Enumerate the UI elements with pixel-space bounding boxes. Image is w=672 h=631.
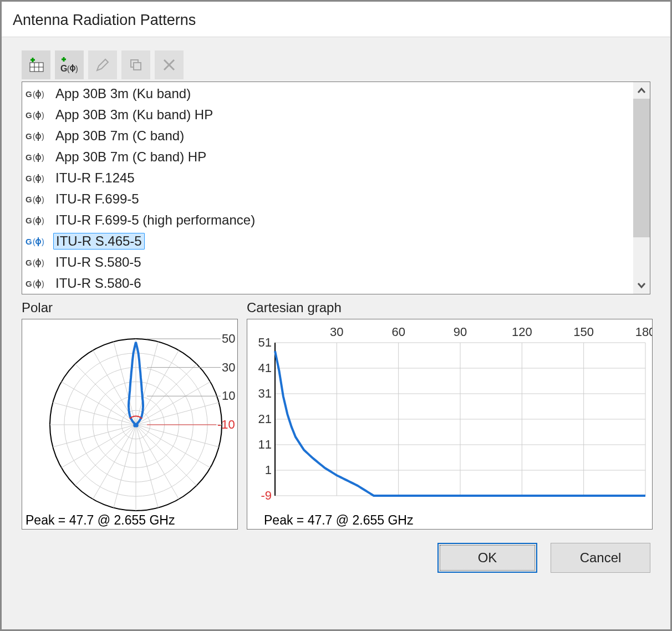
svg-text:(: ( (33, 258, 35, 267)
list-item-label: ITU-R F.699-5 (high performance) (53, 212, 257, 228)
list-item-label: App 30B 7m (C band) (53, 128, 186, 144)
svg-line-84 (136, 425, 197, 486)
scrollbar[interactable] (633, 82, 650, 294)
svg-text:): ) (42, 111, 44, 120)
g-phi-icon: G() (26, 151, 48, 163)
svg-text:): ) (42, 258, 44, 267)
svg-text:(: ( (33, 216, 35, 225)
g-phi-icon: G() (26, 109, 48, 121)
antenna-patterns-dialog: Antenna Radiation Patterns G (1, 1, 671, 630)
ok-button[interactable]: OK (437, 543, 537, 573)
list-item-label: ITU-R S.580-6 (53, 276, 144, 291)
list-item[interactable]: G()ITU-R S.580-5 (22, 252, 633, 273)
list-item[interactable]: G()App 30B 3m (Ku band) HP (22, 104, 633, 125)
svg-line-78 (136, 364, 197, 425)
svg-text:10: 10 (222, 389, 235, 403)
svg-text:): ) (42, 216, 44, 225)
svg-line-89 (93, 425, 136, 499)
svg-text:Peak = 47.7 @ 2.655 GHz: Peak = 47.7 @ 2.655 GHz (264, 513, 413, 527)
svg-text:(: ( (33, 90, 35, 99)
svg-text:): ) (75, 64, 78, 73)
g-phi-icon: G() (26, 256, 48, 268)
add-table-button[interactable] (22, 50, 50, 79)
close-icon (162, 58, 176, 72)
chevron-up-icon (637, 87, 646, 94)
svg-text:(: ( (33, 279, 35, 288)
svg-text:31: 31 (258, 386, 272, 400)
svg-text:): ) (42, 195, 44, 204)
delete-button[interactable] (155, 50, 184, 79)
svg-text:(: ( (33, 111, 35, 120)
svg-text:G: G (26, 152, 32, 162)
list-item[interactable]: G()ITU-R F.699-5 (22, 189, 633, 210)
list-item[interactable]: G()ITU-R S.580-6 (22, 273, 633, 294)
svg-text:50: 50 (222, 332, 235, 345)
list-item[interactable]: G()App 30B 7m (C band) (22, 125, 633, 146)
svg-text:51: 51 (258, 335, 272, 349)
scroll-thumb[interactable] (633, 99, 650, 237)
list-item-label: App 30B 7m (C band) HP (53, 149, 208, 165)
g-phi-icon: G() (26, 277, 48, 289)
svg-text:41: 41 (258, 361, 272, 375)
dialog-button-row: OK Cancel (22, 543, 650, 573)
cartesian-label: Cartesian graph (247, 300, 653, 316)
list-item[interactable]: G()App 30B 7m (C band) HP (22, 146, 633, 167)
dialog-title-text: Antenna Radiation Patterns (13, 12, 196, 28)
list-item-label: App 30B 3m (Ku band) HP (53, 107, 215, 123)
svg-text:): ) (42, 237, 44, 246)
table-plus-icon (26, 55, 46, 75)
add-formula-button[interactable]: G ( ) (55, 50, 84, 79)
list-item-label: App 30B 3m (Ku band) (53, 86, 193, 101)
svg-text:-10: -10 (217, 418, 235, 431)
svg-text:11: 11 (258, 437, 272, 451)
list-item-label: ITU-R S.580-5 (53, 255, 144, 270)
svg-text:G: G (26, 258, 32, 267)
g-phi-icon: G() (26, 214, 48, 226)
cartesian-group: Cartesian graph 306090120150180-91112131… (247, 300, 653, 530)
g-phi-icon: G() (26, 172, 48, 184)
scroll-up-button[interactable] (633, 82, 650, 99)
edit-button[interactable] (88, 50, 117, 79)
cancel-button[interactable]: Cancel (551, 543, 650, 573)
list-item[interactable]: G()ITU-R S.465-5 (22, 231, 633, 252)
svg-text:G: G (26, 195, 32, 204)
cancel-label: Cancel (580, 550, 622, 566)
svg-text:G: G (26, 131, 32, 141)
svg-text:G: G (26, 279, 32, 288)
svg-text:): ) (42, 279, 44, 288)
g-phi-icon: G() (26, 88, 48, 100)
svg-rect-14 (134, 63, 141, 70)
dialog-body: G ( ) (2, 37, 670, 629)
svg-text:G: G (26, 110, 32, 120)
list-item-label: ITU-R F.699-5 (53, 191, 141, 207)
svg-text:): ) (42, 174, 44, 183)
svg-text:(: ( (33, 132, 35, 141)
polar-label: Polar (22, 300, 238, 316)
svg-text:(: ( (33, 174, 35, 183)
svg-text:): ) (42, 90, 44, 99)
svg-line-90 (75, 425, 136, 486)
g-phi-icon: G() (26, 193, 48, 205)
cartesian-plot: 306090120150180-911121314151Peak = 47.7 … (247, 319, 653, 530)
g-phi-plus-icon: G ( ) (58, 55, 80, 75)
list-item[interactable]: G()ITU-R F.699-5 (high performance) (22, 210, 633, 231)
svg-text:1: 1 (265, 463, 272, 477)
g-phi-icon: G() (26, 235, 48, 247)
scroll-track[interactable] (633, 237, 650, 277)
svg-text:(: ( (33, 195, 35, 204)
svg-text:30: 30 (222, 360, 235, 374)
svg-text:G: G (26, 89, 32, 99)
svg-text:150: 150 (573, 325, 594, 339)
scroll-down-button[interactable] (633, 277, 650, 294)
svg-text:(: ( (33, 237, 35, 246)
pattern-list[interactable]: G()App 30B 3m (Ku band)G()App 30B 3m (Ku… (22, 82, 650, 294)
svg-line-91 (62, 425, 136, 468)
list-item[interactable]: G()App 30B 3m (Ku band) (22, 83, 633, 104)
list-item[interactable]: G()ITU-R F.1245 (22, 167, 633, 189)
svg-text:60: 60 (391, 325, 405, 339)
ok-label: OK (478, 550, 497, 566)
svg-line-96 (75, 364, 136, 425)
svg-text:180: 180 (635, 325, 652, 339)
pencil-icon (94, 57, 111, 73)
copy-button[interactable] (121, 50, 150, 79)
